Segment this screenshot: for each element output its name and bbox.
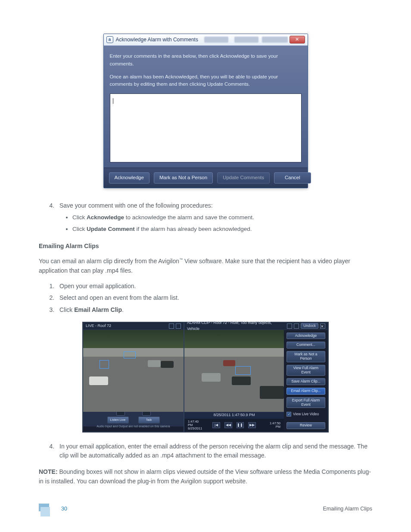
page-footer: 30 Emailing Alarm Clips [39,504,372,515]
close-icon[interactable]: ✕ [290,36,305,44]
side-comment-button[interactable]: Comment... [286,342,325,348]
side-export-full-event-button[interactable]: Export Full Alarm Event [286,397,325,408]
skip-start-icon[interactable]: |◀ [212,422,220,428]
dialog-footer: Acknowledge Mark as Not a Person Update … [104,168,308,188]
ack-dialog-screenshot: a Acknowledge Alarm with Comments ✕ Ente… [103,34,308,188]
forward-icon[interactable]: ▶▶ [248,422,256,428]
dialog-instruction-1: Enter your comments in the area below, t… [110,53,302,68]
email-step-1: Open your email application. [56,282,372,291]
undock-button[interactable]: Undock [301,323,318,329]
clip-side-actions: Acknowledge Comment... Mark as Not a Per… [284,330,328,432]
audio-bar: Listen Live Talk Audio Input and Output … [83,412,184,426]
grid-icon[interactable] [169,324,174,329]
pause-icon[interactable]: ❚❚ [237,422,244,428]
side-acknowledge-button[interactable]: Acknowledge [286,333,325,339]
heading-emailing-alarm-clips: Emailing Alarm Clips [39,242,372,251]
acknowledge-button[interactable]: Acknowledge [109,172,149,184]
side-not-person-button[interactable]: Mark as Not a Person [286,351,325,362]
live-pane-title: LIVE - Roof 72 [86,323,111,329]
video-view-screenshot: LIVE - Roof 72 [82,322,329,432]
app-icon: a [106,36,113,43]
rewind-icon[interactable]: ◀◀ [224,422,232,428]
side-review-button[interactable]: Review [286,422,325,429]
timestamp-bar: 8/25/2011 1:47:50.9 PM [184,412,284,419]
bullet-update: Click Update Comment if the alarm has al… [72,225,372,234]
talk-button[interactable]: Talk [138,417,160,423]
update-comments-button[interactable]: Update Comments [217,172,270,184]
side-view-full-event-button[interactable]: View Full Alarm Event [286,365,325,376]
dialog-titlebar: a Acknowledge Alarm with Comments ✕ [104,34,308,46]
side-email-clip-button[interactable]: Email Alarm Clip... [286,388,325,395]
bullet-acknowledge: Click Acknowledge to acknowledge the ala… [72,213,372,222]
mark-not-person-button[interactable]: Mark as Not a Person [154,172,213,184]
playback-bar: 1:47:40 PM8/25/2011 |◀ ◀◀ ❚❚ ▶▶ 1:47:50 … [184,419,284,432]
dialog-body: Enter your comments in the area below, t… [104,46,308,168]
side-save-clip-button[interactable]: Save Alarm Clip... [286,378,325,385]
note-paragraph: NOTE: Bounding boxes will not show in al… [39,467,372,486]
email-step-4: In your email application, enter the ema… [56,442,372,460]
footer-section-title: Emailing Alarm Clips [323,505,372,513]
expand-icon[interactable] [294,324,299,329]
listen-live-button[interactable]: Listen Live [107,417,129,423]
step-4: Save your comment with one of the follow… [56,201,372,234]
cancel-button[interactable]: Cancel [274,172,311,184]
page-number: 30 [61,505,67,513]
emailing-intro-paragraph: You can email an alarm clip directly fro… [39,257,372,275]
clip-feed [184,330,284,412]
email-step-2: Select and open an event from the alarm … [56,293,372,303]
audio-disabled-note: Audio Input and Output are not enabled o… [97,424,170,429]
comments-textarea[interactable] [110,93,302,162]
grid-icon[interactable] [287,324,292,329]
close-pane-icon[interactable]: ✕ [320,324,325,329]
expand-icon[interactable] [176,324,181,329]
dialog-instruction-2: Once an alarm has been Acknowledged, the… [110,73,302,89]
document-body: Save your comment with one of the follow… [39,201,372,486]
view-live-video-checkbox[interactable]: ✓View Live Video [286,411,325,417]
email-step-3: Click Email Alarm Clip. [56,305,372,315]
live-feed [83,330,184,412]
dialog-title: Acknowledge Alarm with Comments [116,36,198,44]
